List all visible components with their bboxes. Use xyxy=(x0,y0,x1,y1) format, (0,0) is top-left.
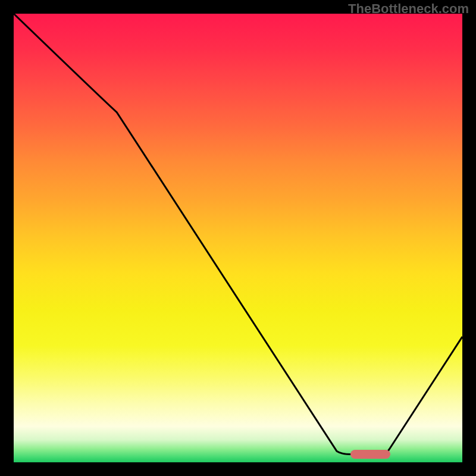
curve-path xyxy=(14,14,462,454)
optimal-range-marker xyxy=(350,450,391,459)
plot-area xyxy=(14,14,462,462)
watermark-text: TheBottleneck.com xyxy=(348,1,469,17)
bottleneck-curve xyxy=(14,14,462,462)
